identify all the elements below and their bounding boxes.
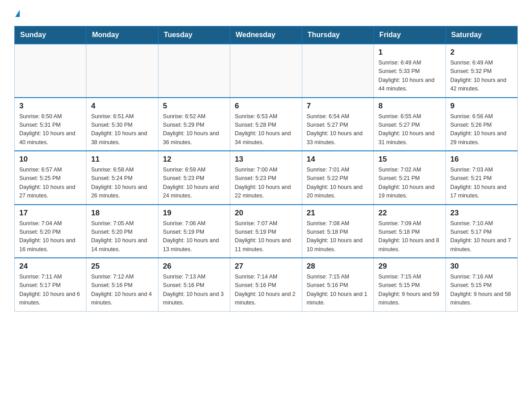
day-info: Sunrise: 7:06 AM Sunset: 5:19 PM Dayligh… <box>163 219 225 254</box>
day-number: 14 <box>307 155 369 164</box>
col-header-wednesday: Wednesday <box>230 26 302 44</box>
day-info: Sunrise: 6:52 AM Sunset: 5:29 PM Dayligh… <box>163 112 225 147</box>
week-row-2: 3Sunrise: 6:50 AM Sunset: 5:31 PM Daylig… <box>15 98 518 151</box>
calendar-cell: 8Sunrise: 6:55 AM Sunset: 5:27 PM Daylig… <box>374 98 446 151</box>
day-number: 4 <box>91 102 153 111</box>
calendar-cell: 22Sunrise: 7:09 AM Sunset: 5:18 PM Dayli… <box>374 205 446 258</box>
day-number: 30 <box>450 262 513 271</box>
day-number: 5 <box>163 102 225 111</box>
day-info: Sunrise: 6:49 AM Sunset: 5:33 PM Dayligh… <box>378 59 441 94</box>
week-row-4: 17Sunrise: 7:04 AM Sunset: 5:20 PM Dayli… <box>15 205 518 258</box>
calendar-cell: 28Sunrise: 7:15 AM Sunset: 5:16 PM Dayli… <box>302 258 373 311</box>
day-number: 6 <box>235 102 297 111</box>
day-info: Sunrise: 7:11 AM Sunset: 5:17 PM Dayligh… <box>19 273 82 308</box>
day-number: 17 <box>19 209 82 218</box>
calendar-cell: 26Sunrise: 7:13 AM Sunset: 5:16 PM Dayli… <box>158 258 230 311</box>
calendar-cell: 24Sunrise: 7:11 AM Sunset: 5:17 PM Dayli… <box>15 258 86 311</box>
day-number: 3 <box>19 102 82 111</box>
day-number: 25 <box>91 262 153 271</box>
day-info: Sunrise: 7:09 AM Sunset: 5:18 PM Dayligh… <box>378 219 441 254</box>
day-info: Sunrise: 7:15 AM Sunset: 5:15 PM Dayligh… <box>378 273 441 308</box>
calendar-cell: 23Sunrise: 7:10 AM Sunset: 5:17 PM Dayli… <box>446 205 517 258</box>
day-info: Sunrise: 7:07 AM Sunset: 5:19 PM Dayligh… <box>235 219 297 254</box>
calendar-cell: 6Sunrise: 6:53 AM Sunset: 5:28 PM Daylig… <box>230 98 302 151</box>
calendar-cell: 21Sunrise: 7:08 AM Sunset: 5:18 PM Dayli… <box>302 205 373 258</box>
calendar-cell: 20Sunrise: 7:07 AM Sunset: 5:19 PM Dayli… <box>230 205 302 258</box>
header <box>14 11 518 18</box>
day-info: Sunrise: 7:16 AM Sunset: 5:15 PM Dayligh… <box>450 273 513 308</box>
day-info: Sunrise: 7:15 AM Sunset: 5:16 PM Dayligh… <box>307 273 369 308</box>
day-info: Sunrise: 6:54 AM Sunset: 5:27 PM Dayligh… <box>307 112 369 147</box>
col-header-saturday: Saturday <box>446 26 517 44</box>
day-number: 1 <box>378 48 441 57</box>
logo <box>14 11 20 18</box>
calendar-cell: 4Sunrise: 6:51 AM Sunset: 5:30 PM Daylig… <box>86 98 158 151</box>
day-number: 29 <box>378 262 441 271</box>
calendar-cell: 12Sunrise: 6:59 AM Sunset: 5:23 PM Dayli… <box>158 151 230 205</box>
calendar-cell: 10Sunrise: 6:57 AM Sunset: 5:25 PM Dayli… <box>15 151 86 205</box>
calendar-table: SundayMondayTuesdayWednesdayThursdayFrid… <box>14 26 518 312</box>
day-info: Sunrise: 7:02 AM Sunset: 5:21 PM Dayligh… <box>378 166 441 201</box>
calendar-cell: 3Sunrise: 6:50 AM Sunset: 5:31 PM Daylig… <box>15 98 86 151</box>
day-info: Sunrise: 7:13 AM Sunset: 5:16 PM Dayligh… <box>163 273 225 308</box>
col-header-monday: Monday <box>86 26 158 44</box>
calendar-cell <box>158 44 230 98</box>
calendar-cell: 1Sunrise: 6:49 AM Sunset: 5:33 PM Daylig… <box>374 44 446 98</box>
col-header-sunday: Sunday <box>15 26 86 44</box>
calendar-cell: 25Sunrise: 7:12 AM Sunset: 5:16 PM Dayli… <box>86 258 158 311</box>
day-info: Sunrise: 7:03 AM Sunset: 5:21 PM Dayligh… <box>450 166 513 201</box>
calendar-cell <box>302 44 373 98</box>
week-row-3: 10Sunrise: 6:57 AM Sunset: 5:25 PM Dayli… <box>15 151 518 205</box>
col-header-tuesday: Tuesday <box>158 26 230 44</box>
day-info: Sunrise: 6:53 AM Sunset: 5:28 PM Dayligh… <box>235 112 297 147</box>
day-number: 10 <box>19 155 82 164</box>
day-number: 2 <box>450 48 513 57</box>
calendar-cell: 29Sunrise: 7:15 AM Sunset: 5:15 PM Dayli… <box>374 258 446 311</box>
day-info: Sunrise: 6:56 AM Sunset: 5:26 PM Dayligh… <box>450 112 513 147</box>
day-info: Sunrise: 7:08 AM Sunset: 5:18 PM Dayligh… <box>307 219 369 254</box>
day-number: 13 <box>235 155 297 164</box>
calendar-cell: 17Sunrise: 7:04 AM Sunset: 5:20 PM Dayli… <box>15 205 86 258</box>
day-info: Sunrise: 7:12 AM Sunset: 5:16 PM Dayligh… <box>91 273 153 308</box>
day-info: Sunrise: 6:50 AM Sunset: 5:31 PM Dayligh… <box>19 112 82 147</box>
day-number: 20 <box>235 209 297 218</box>
calendar-cell <box>15 44 86 98</box>
day-number: 7 <box>307 102 369 111</box>
calendar-cell: 19Sunrise: 7:06 AM Sunset: 5:19 PM Dayli… <box>158 205 230 258</box>
day-number: 18 <box>91 209 153 218</box>
day-info: Sunrise: 7:04 AM Sunset: 5:20 PM Dayligh… <box>19 219 82 254</box>
day-number: 24 <box>19 262 82 271</box>
day-number: 28 <box>307 262 369 271</box>
calendar-cell: 27Sunrise: 7:14 AM Sunset: 5:16 PM Dayli… <box>230 258 302 311</box>
calendar-cell: 18Sunrise: 7:05 AM Sunset: 5:20 PM Dayli… <box>86 205 158 258</box>
col-header-thursday: Thursday <box>302 26 373 44</box>
calendar-cell <box>86 44 158 98</box>
calendar-cell: 16Sunrise: 7:03 AM Sunset: 5:21 PM Dayli… <box>446 151 517 205</box>
calendar-cell: 13Sunrise: 7:00 AM Sunset: 5:23 PM Dayli… <box>230 151 302 205</box>
calendar-cell <box>230 44 302 98</box>
day-info: Sunrise: 7:05 AM Sunset: 5:20 PM Dayligh… <box>91 219 153 254</box>
calendar-cell: 30Sunrise: 7:16 AM Sunset: 5:15 PM Dayli… <box>446 258 517 311</box>
calendar-cell: 7Sunrise: 6:54 AM Sunset: 5:27 PM Daylig… <box>302 98 373 151</box>
day-info: Sunrise: 6:57 AM Sunset: 5:25 PM Dayligh… <box>19 166 82 201</box>
calendar-cell: 11Sunrise: 6:58 AM Sunset: 5:24 PM Dayli… <box>86 151 158 205</box>
calendar-cell: 14Sunrise: 7:01 AM Sunset: 5:22 PM Dayli… <box>302 151 373 205</box>
day-info: Sunrise: 6:51 AM Sunset: 5:30 PM Dayligh… <box>91 112 153 147</box>
day-info: Sunrise: 7:01 AM Sunset: 5:22 PM Dayligh… <box>307 166 369 201</box>
day-number: 22 <box>378 209 441 218</box>
day-number: 11 <box>91 155 153 164</box>
day-info: Sunrise: 7:10 AM Sunset: 5:17 PM Dayligh… <box>450 219 513 254</box>
day-number: 12 <box>163 155 225 164</box>
day-number: 15 <box>378 155 441 164</box>
calendar-cell: 2Sunrise: 6:49 AM Sunset: 5:32 PM Daylig… <box>446 44 517 98</box>
day-info: Sunrise: 6:55 AM Sunset: 5:27 PM Dayligh… <box>378 112 441 147</box>
day-number: 26 <box>163 262 225 271</box>
day-number: 8 <box>378 102 441 111</box>
calendar-cell: 5Sunrise: 6:52 AM Sunset: 5:29 PM Daylig… <box>158 98 230 151</box>
day-info: Sunrise: 6:59 AM Sunset: 5:23 PM Dayligh… <box>163 166 225 201</box>
day-number: 19 <box>163 209 225 218</box>
day-number: 16 <box>450 155 513 164</box>
day-number: 27 <box>235 262 297 271</box>
calendar-cell: 15Sunrise: 7:02 AM Sunset: 5:21 PM Dayli… <box>374 151 446 205</box>
day-number: 23 <box>450 209 513 218</box>
